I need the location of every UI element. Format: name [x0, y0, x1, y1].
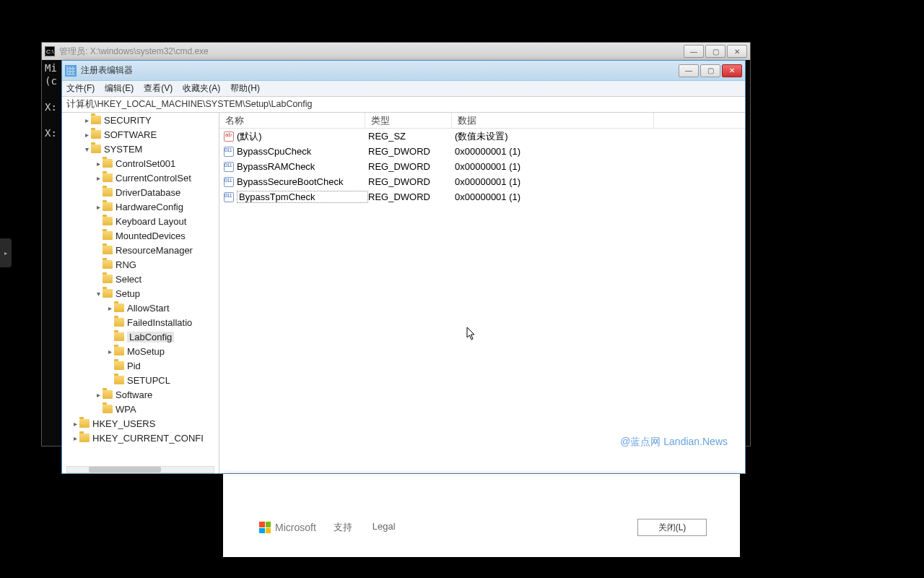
reg-dword-icon [224, 192, 234, 202]
folder-icon [79, 434, 90, 442]
tree-item-hkey-users[interactable]: ▸ HKEY_USERS [62, 416, 219, 431]
reg-dword-icon [224, 162, 234, 172]
cmd-close-button[interactable]: ✕ [727, 45, 747, 58]
folder-icon [103, 390, 113, 399]
column-header-name[interactable]: 名称 [219, 113, 365, 128]
column-header-data[interactable]: 数据 [452, 113, 654, 128]
tree-item-system[interactable]: ▾ SYSTEM [62, 142, 219, 156]
value-row[interactable]: BypassSecureBootCheck REG_DWORD 0x000000… [219, 174, 745, 189]
tree-item-keyboardlayout[interactable]: ▸ Keyboard Layout [62, 214, 219, 228]
folder-icon [103, 246, 113, 254]
regedit-window: 注册表编辑器 — ▢ ✕ 文件(F) 编辑(E) 查看(V) 收藏夹(A) 帮助… [61, 60, 746, 474]
folder-icon [91, 116, 101, 124]
tree-item-labconfig[interactable]: ▸ LabConfig [62, 329, 219, 344]
cmd-titlebar[interactable]: C:\ 管理员: X:\windows\system32\cmd.exe — ▢… [42, 43, 750, 60]
menu-help[interactable]: 帮助(H) [230, 82, 260, 95]
tree-item-driverdatabase[interactable]: ▸ DriverDatabase [62, 185, 219, 199]
folder-icon [91, 130, 101, 139]
folder-icon [103, 173, 113, 182]
column-header-spacer [654, 113, 745, 128]
folder-icon [103, 202, 113, 211]
regedit-maximize-button[interactable]: ▢ [700, 64, 720, 77]
tree-item-security[interactable]: ▸ SECURITY [62, 113, 219, 127]
tree-item-allowstart[interactable]: ▸ AllowStart [62, 301, 219, 315]
folder-icon [103, 289, 113, 298]
regedit-title: 注册表编辑器 [81, 64, 679, 77]
microsoft-logo-icon [259, 522, 271, 533]
regedit-close-button[interactable]: ✕ [722, 64, 742, 77]
values-body: (默认) REG_SZ (数值未设置) BypassCpuCheck REG_D… [219, 129, 745, 204]
tree-item-mounteddevices[interactable]: ▸ MountedDevices [62, 228, 219, 243]
tree-item-failedinstallation[interactable]: ▸ FailedInstallatio [62, 315, 219, 329]
reg-dword-icon [224, 147, 234, 157]
regedit-icon [65, 65, 77, 77]
menu-view[interactable]: 查看(V) [144, 82, 173, 95]
folder-icon [103, 275, 113, 283]
cmd-minimize-button[interactable]: — [684, 45, 704, 58]
folder-icon [103, 188, 113, 197]
edge-tab[interactable]: ▸ [0, 238, 12, 267]
folder-icon [91, 144, 101, 153]
folder-icon [114, 332, 124, 341]
menu-file[interactable]: 文件(F) [66, 82, 95, 95]
folder-icon [103, 231, 113, 240]
tree-item-hkey-current-config[interactable]: ▸ HKEY_CURRENT_CONFI [62, 431, 219, 445]
tree-item-software[interactable]: ▸ SOFTWARE [62, 127, 219, 142]
value-row[interactable]: BypassCpuCheck REG_DWORD 0x00000001 (1) [219, 144, 745, 159]
values-panel: 名称 类型 数据 (默认) REG_SZ (数值未设置) BypassCpuCh… [219, 113, 745, 473]
tree-item-mosetup[interactable]: ▸ MoSetup [62, 344, 219, 358]
value-row[interactable]: BypassRAMCheck REG_DWORD 0x00000001 (1) [219, 159, 745, 174]
folder-icon [114, 303, 124, 312]
cmd-title: 管理员: X:\windows\system32\cmd.exe [59, 46, 684, 58]
folder-icon [103, 159, 113, 168]
regedit-menubar: 文件(F) 编辑(E) 查看(V) 收藏夹(A) 帮助(H) [62, 81, 745, 97]
tree-item-pid[interactable]: ▸ Pid [62, 358, 219, 373]
wizard-close-button[interactable]: 关闭(L) [637, 519, 707, 536]
column-header-type[interactable]: 类型 [365, 113, 452, 128]
folder-icon [103, 405, 113, 413]
folder-icon [114, 318, 124, 327]
folder-icon [103, 260, 113, 269]
watermark: @蓝点网 Landian.News [620, 436, 728, 449]
wizard-support-link[interactable]: 支持 [334, 521, 352, 534]
tree-panel: ▸ SECURITY ▸ SOFTWARE ▾ SYSTEM ▸ Control… [62, 113, 219, 473]
folder-icon [79, 419, 90, 428]
folder-icon [114, 376, 124, 384]
value-row[interactable]: (默认) REG_SZ (数值未设置) [219, 129, 745, 144]
tree-hscroll-thumb[interactable] [89, 467, 161, 473]
cmd-maximize-button[interactable]: ▢ [705, 45, 725, 58]
regedit-titlebar[interactable]: 注册表编辑器 — ▢ ✕ [62, 61, 745, 81]
cmd-icon: C:\ [45, 46, 55, 56]
tree-item-setup[interactable]: ▾ Setup [62, 286, 219, 301]
value-row[interactable]: BypassTpmCheck REG_DWORD 0x00000001 (1) [219, 189, 745, 204]
microsoft-logo-text: Microsoft [275, 522, 316, 533]
values-header: 名称 类型 数据 [219, 113, 745, 129]
regedit-path[interactable]: 计算机\HKEY_LOCAL_MACHINE\SYSTEM\Setup\LabC… [62, 97, 745, 113]
folder-icon [114, 347, 124, 355]
reg-dword-icon [224, 177, 234, 187]
tree-item-software2[interactable]: ▸ Software [62, 387, 219, 402]
tree-item-select[interactable]: ▸ Select [62, 272, 219, 286]
tree-item-setupcl[interactable]: ▸ SETUPCL [62, 373, 219, 387]
wizard-legal-link[interactable]: Legal [372, 521, 396, 534]
microsoft-logo: Microsoft [259, 522, 316, 533]
tree-item-rng[interactable]: ▸ RNG [62, 257, 219, 272]
reg-sz-icon [224, 131, 234, 142]
tree-item-currentcontrolset[interactable]: ▸ CurrentControlSet [62, 171, 219, 185]
folder-icon [103, 217, 113, 225]
tree-item-wpa[interactable]: ▸ WPA [62, 402, 219, 416]
menu-favorites[interactable]: 收藏夹(A) [183, 82, 220, 95]
regedit-minimize-button[interactable]: — [679, 64, 699, 77]
wizard-panel: Microsoft 支持 Legal 关闭(L) [223, 474, 740, 557]
tree-hscrollbar[interactable] [66, 466, 214, 473]
tree-item-controlset001[interactable]: ▸ ControlSet001 [62, 156, 219, 171]
tree-item-hardwareconfig[interactable]: ▸ HardwareConfig [62, 199, 219, 214]
tree-item-resourcemanager[interactable]: ▸ ResourceManager [62, 243, 219, 257]
menu-edit[interactable]: 编辑(E) [105, 82, 134, 95]
folder-icon [114, 361, 124, 370]
